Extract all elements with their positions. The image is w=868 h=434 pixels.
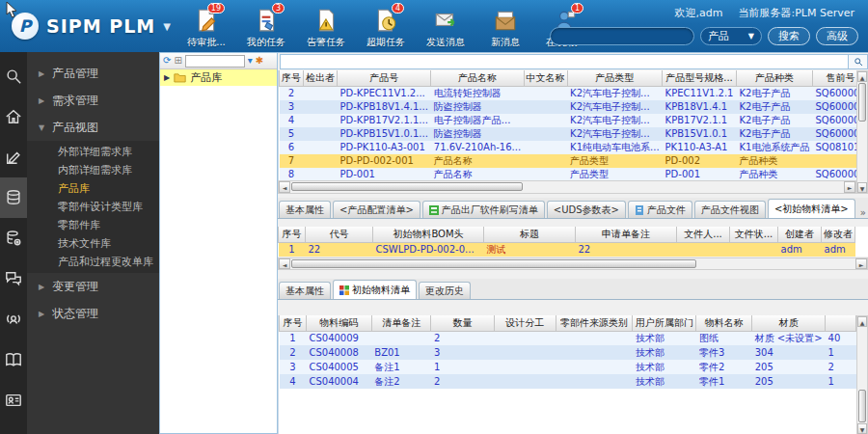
sidebar-item-change-order-lib[interactable]: 产品和过程更改单库: [27, 253, 159, 271]
scroll-thumb[interactable]: [858, 83, 866, 122]
search-category-select[interactable]: 产品 ▼: [700, 27, 762, 45]
column-header[interactable]: [826, 315, 856, 331]
sidebar-item-internal-req-lib[interactable]: 内部详细需求库: [27, 161, 159, 179]
tab-product-config-list[interactable]: <产品配置清单>: [333, 201, 420, 218]
scroll-left-arrow[interactable]: ◄: [279, 258, 290, 269]
toolbar-item-new-messages[interactable]: 新消息: [475, 6, 535, 49]
scroll-down-arrow[interactable]: ▼: [857, 423, 867, 434]
scroll-thumb[interactable]: [858, 390, 866, 422]
sidebar-item-part-design-type-lib[interactable]: 零部件设计类型库: [27, 198, 159, 216]
column-header[interactable]: 产品种类: [736, 70, 812, 86]
table-row[interactable]: 4PD-KPB17V2.1.1...电子控制器产品...K2汽车电子控制...K…: [280, 114, 857, 127]
tab-bom-initial-list[interactable]: 初始物料清单: [333, 280, 417, 299]
toolbar-item-my-tasks[interactable]: 3 我的任务: [236, 6, 296, 49]
table-row[interactable]: 5PD-KPB15V1.0.1...防盗控制器K2汽车电子控制...KPB15V…: [280, 127, 857, 141]
search-button[interactable]: 搜索: [768, 27, 810, 45]
tab-factory-software-list[interactable]: 产品出厂软件刷写清单: [422, 201, 545, 218]
sidebar-item-tech-doc-lib[interactable]: 技术文件库: [27, 234, 159, 253]
tab-initial-bom[interactable]: <初始物料清单>: [768, 199, 855, 218]
column-header[interactable]: 代号: [306, 227, 373, 242]
tab-overflow-icon[interactable]: »: [856, 207, 868, 218]
column-header[interactable]: 文件人...: [677, 227, 730, 242]
column-header[interactable]: 材质: [752, 315, 826, 331]
strip-item-broadcast[interactable]: [0, 299, 27, 339]
sidebar-item-part-lib[interactable]: 零部件库: [27, 216, 159, 234]
table-row[interactable]: 7PD-PD-002-001产品名称产品类型PD-002产品种类: [280, 154, 857, 168]
sidebar-item-status-mgmt[interactable]: ▶ 状态管理: [27, 300, 159, 327]
strip-item-library[interactable]: [0, 339, 27, 380]
column-header[interactable]: 售前号: [812, 70, 856, 86]
product-table-vscrollbar[interactable]: ▲ ▼: [856, 70, 868, 194]
scroll-right-arrow[interactable]: ►: [855, 258, 867, 269]
list-filter-input[interactable]: [280, 54, 849, 69]
column-header[interactable]: 初始物料BOM头: [373, 227, 484, 242]
product-table-hscrollbar[interactable]: ◄ ►: [278, 180, 856, 194]
app-logo[interactable]: P SIPM PLM ▼: [12, 13, 171, 40]
strip-item-edit[interactable]: [0, 137, 27, 177]
scroll-thumb[interactable]: [291, 182, 523, 191]
bom-header-hscrollbar[interactable]: ◄ ►: [278, 258, 868, 270]
column-header[interactable]: 零部件来源类别: [556, 315, 633, 331]
sidebar-item-product-lib-selected[interactable]: 产品库: [27, 179, 159, 198]
column-header[interactable]: 产品类型: [567, 70, 662, 86]
column-header[interactable]: 设计分工: [494, 315, 556, 331]
column-header[interactable]: 文件状...: [730, 227, 778, 242]
tree-node-product-lib[interactable]: ▶ 产品库: [160, 69, 277, 86]
logo-dropdown-icon[interactable]: ▼: [163, 21, 171, 32]
toolbar-item-send-message[interactable]: 发送消息: [416, 6, 475, 49]
bom-lines-vscrollbar[interactable]: ▲ ▼: [856, 315, 868, 434]
column-header[interactable]: 序号: [280, 315, 307, 331]
column-header[interactable]: 清单备注: [371, 315, 431, 331]
tab-bom-change-history[interactable]: 更改历史: [419, 282, 471, 299]
tab-product-file-view[interactable]: 产品文件视图: [694, 201, 766, 218]
toolbar-item-pending-approval[interactable]: 19 待审批...: [176, 6, 236, 49]
tree-filter-input[interactable]: [185, 55, 245, 68]
tree-dropdown-icon[interactable]: ▾: [248, 56, 253, 66]
table-row[interactable]: 122CSWLPD-PD-002-0...测试22admadm: [279, 242, 855, 257]
column-header[interactable]: 创建者: [778, 227, 822, 242]
strip-item-home[interactable]: [0, 96, 27, 137]
tree-add-icon[interactable]: ✱: [256, 56, 263, 66]
table-row[interactable]: 4CS040004备注22技术部零件12051: [280, 374, 856, 389]
toolbar-item-overdue-tasks[interactable]: 4 超期任务: [356, 6, 416, 49]
column-header[interactable]: 中文名称: [524, 70, 567, 86]
table-row[interactable]: 2CS040008BZ013技术部零件33041: [280, 345, 856, 360]
column-header[interactable]: 产品名称: [431, 70, 524, 86]
table-row[interactable]: 3PD-KPB18V1.4.1...防盗控制器K2汽车电子控制...KPB18V…: [280, 100, 857, 114]
column-header[interactable]: 申请单备注: [576, 227, 677, 242]
column-header[interactable]: 序号: [279, 227, 306, 242]
column-header[interactable]: 产品号: [338, 70, 431, 86]
list-search-button[interactable]: [849, 54, 868, 69]
locate-icon[interactable]: ⊞: [174, 56, 181, 66]
strip-item-data-active[interactable]: [0, 177, 27, 218]
scroll-down-arrow[interactable]: ▼: [857, 182, 867, 193]
toolbar-item-alert-tasks[interactable]: 告警任务: [296, 6, 356, 49]
table-row[interactable]: 1CS0400092技术部图纸材质 <未设置>40: [280, 331, 856, 345]
strip-item-messages[interactable]: [0, 258, 27, 299]
column-header[interactable]: 检出者: [304, 70, 338, 86]
scroll-thumb[interactable]: [291, 259, 696, 268]
column-header[interactable]: 序号: [280, 70, 304, 86]
strip-item-idcard[interactable]: [0, 380, 27, 420]
scroll-right-arrow[interactable]: ►: [844, 181, 855, 193]
tab-product-files[interactable]: 产品文件: [628, 201, 692, 218]
column-header[interactable]: 修改者: [822, 227, 855, 242]
tab-basic-props[interactable]: 基本属性: [279, 201, 331, 218]
column-header[interactable]: 物料名称: [696, 315, 752, 331]
advanced-search-button[interactable]: 高级: [816, 27, 858, 45]
column-header[interactable]: 产品型号规格...: [663, 70, 737, 86]
strip-item-data-admin[interactable]: [0, 218, 27, 258]
global-search-input[interactable]: [550, 27, 694, 45]
table-row[interactable]: 8PD-001产品名称产品类型PD-001产品种类SQ600001: [280, 168, 857, 181]
scroll-up-arrow[interactable]: ▲: [857, 71, 867, 82]
tab-bom-basic-props[interactable]: 基本属性: [279, 282, 331, 299]
sidebar-item-requirement-mgmt[interactable]: ▶ 需求管理: [27, 87, 159, 114]
column-header[interactable]: 用户所属部门: [633, 315, 696, 331]
table-row[interactable]: 6PD-PK110-A3-00171.6V-210Ah-16...K1纯电动车电…: [280, 141, 857, 154]
refresh-icon[interactable]: ⟳: [163, 56, 171, 66]
sidebar-item-external-req-lib[interactable]: 外部详细需求库: [27, 143, 159, 161]
scroll-left-arrow[interactable]: ◄: [279, 181, 290, 193]
table-row[interactable]: 3CS040005备注11技术部零件22052: [280, 360, 856, 374]
tab-uds-params[interactable]: <UDS参数表>: [547, 201, 626, 218]
column-header[interactable]: 物料编码: [306, 315, 371, 331]
